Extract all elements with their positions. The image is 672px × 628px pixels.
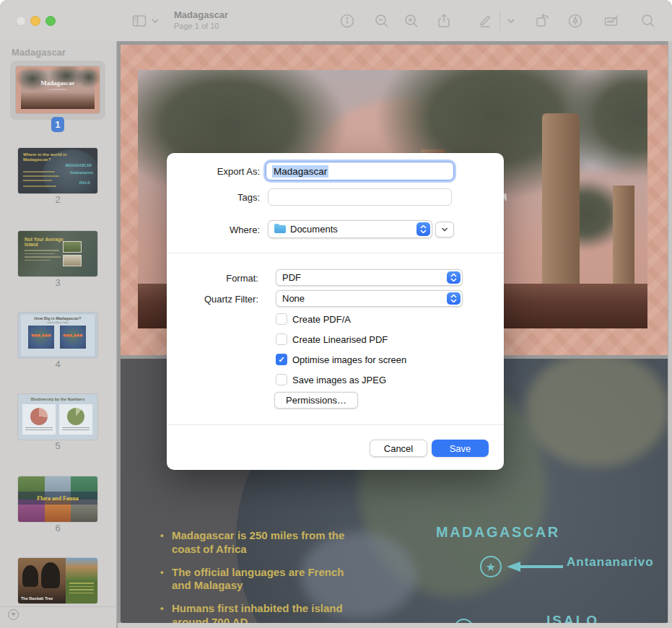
format-label: Format:: [226, 273, 258, 284]
window-title: Madagascar: [174, 9, 228, 20]
save-button[interactable]: Save: [432, 440, 489, 457]
where-label: Where:: [230, 224, 260, 235]
zoom-window-button[interactable]: [45, 16, 56, 26]
search-icon[interactable]: [640, 12, 657, 30]
map-label-capital: Antananarivo: [567, 555, 654, 570]
thumbnail-page-5[interactable]: Biodiversity by the Numbers: [18, 394, 97, 440]
thumbnail-sidebar: Madagascar Madagascar — an island nation…: [0, 41, 117, 628]
page-number-label: 6: [0, 523, 115, 533]
chevron-down-icon[interactable]: [150, 16, 160, 26]
preview-window: Madagascar •Madagascar is 250 miles from…: [0, 0, 672, 628]
dialog-divider: [167, 424, 504, 425]
share-icon[interactable]: [435, 12, 453, 30]
zoom-in-icon[interactable]: [403, 12, 420, 30]
bullet-item: •Humans first inhabited the island aroun…: [160, 602, 362, 623]
slide-2-bullet-list: •Madagascar is 250 miles from the coast …: [160, 529, 362, 623]
quartz-filter-popup[interactable]: None: [276, 290, 463, 307]
popup-stepper-icon: [416, 222, 430, 236]
page-number-label: 3: [0, 277, 115, 288]
thumbnail-page-3[interactable]: Not Your Average Island: [18, 231, 97, 276]
where-popup[interactable]: Documents: [268, 220, 432, 238]
toolbar-separator: [499, 11, 500, 31]
sidebar-document-title: Madagascar: [12, 47, 66, 58]
cancel-button[interactable]: Cancel: [370, 440, 427, 457]
save-images-jpeg-checkbox-row[interactable]: Save images as JPEG: [276, 374, 386, 385]
map-label-park: ISALO: [546, 613, 599, 623]
thumbnail-page-7[interactable]: The Baobab Tree: [18, 558, 97, 603]
chevron-down-icon: [440, 225, 449, 234]
format-popup[interactable]: PDF: [276, 269, 463, 286]
highlighter-icon[interactable]: [567, 12, 584, 30]
rotate-icon[interactable]: [534, 12, 551, 30]
sidebar-icon[interactable]: [131, 12, 148, 30]
quartz-filter-value: None: [282, 293, 305, 304]
content-bottom-edge: [118, 623, 672, 628]
export-dialog: Export As: Madagascar Tags: Where: Docum…: [167, 153, 504, 470]
checkbox-label: Create PDF/A: [292, 314, 351, 325]
dialog-divider: [167, 253, 504, 253]
expand-dialog-button[interactable]: [435, 222, 454, 237]
scrollbar-gutter[interactable]: [668, 41, 672, 628]
bullet-item: •The official languages are French and M…: [160, 566, 362, 593]
checkbox: [276, 333, 287, 345]
markup-icon[interactable]: [476, 12, 494, 30]
zoom-out-icon[interactable]: [373, 12, 390, 30]
page-number-label: 5: [0, 440, 115, 451]
thumbnail-page-2[interactable]: Where in the world is Madagascar? MADAGA…: [18, 148, 97, 193]
export-as-value: Madagascar: [272, 165, 328, 178]
page-number-badge: 1: [51, 117, 64, 132]
export-as-input[interactable]: Madagascar: [266, 162, 454, 180]
page-number-label: 4: [0, 359, 115, 370]
checkbox-label: Create Linearised PDF: [292, 334, 388, 345]
map-star-marker: ★: [480, 556, 502, 577]
bullet-item: •Madagascar is 250 miles from the coast …: [160, 529, 362, 557]
thumbnail-page-4[interactable]: How Big is Madagascar? island vs Big as …: [18, 313, 97, 358]
close-button[interactable]: [16, 16, 26, 26]
chevron-down-icon[interactable]: [505, 15, 523, 32]
format-value: PDF: [282, 272, 301, 283]
minimize-button[interactable]: [30, 16, 40, 26]
create-pdfa-checkbox-row[interactable]: Create PDF/A: [276, 313, 351, 325]
checkbox: [276, 313, 287, 325]
checkbox-label: Save images as JPEG: [292, 375, 386, 385]
sidebar-divider: [0, 606, 117, 607]
popup-stepper-icon: [447, 292, 461, 305]
checkbox: ✓: [276, 354, 287, 365]
thumbnail-page-6[interactable]: Flora and Fauna: [18, 476, 97, 522]
checkbox: [276, 374, 287, 385]
tags-label: Tags:: [237, 192, 260, 203]
where-value: Documents: [290, 224, 338, 235]
window-subtitle: Page 1 of 10: [174, 22, 228, 30]
info-icon[interactable]: [339, 12, 356, 30]
tags-input[interactable]: [268, 188, 452, 206]
quartz-filter-label: Quartz Filter:: [204, 294, 258, 305]
map-arrow-icon: [507, 561, 564, 572]
export-as-label: Export As:: [217, 166, 260, 177]
titlebar: Madagascar Page 1 of 10: [0, 0, 672, 41]
checkbox-label: Optimise images for screen: [292, 354, 406, 365]
thumbnail-page-1[interactable]: Madagascar — an island nation —: [16, 66, 100, 113]
create-linearised-pdf-checkbox-row[interactable]: Create Linearised PDF: [276, 333, 388, 345]
optimise-images-checkbox-row[interactable]: ✓ Optimise images for screen: [276, 354, 406, 365]
page-number-label: 2: [0, 194, 115, 205]
map-label-country: MADAGASCAR: [436, 524, 560, 541]
fill-sign-icon[interactable]: [603, 12, 621, 30]
folder-icon: [274, 225, 286, 233]
add-page-button[interactable]: +: [8, 609, 19, 620]
popup-stepper-icon: [447, 271, 461, 284]
permissions-button[interactable]: Permissions…: [274, 392, 358, 409]
